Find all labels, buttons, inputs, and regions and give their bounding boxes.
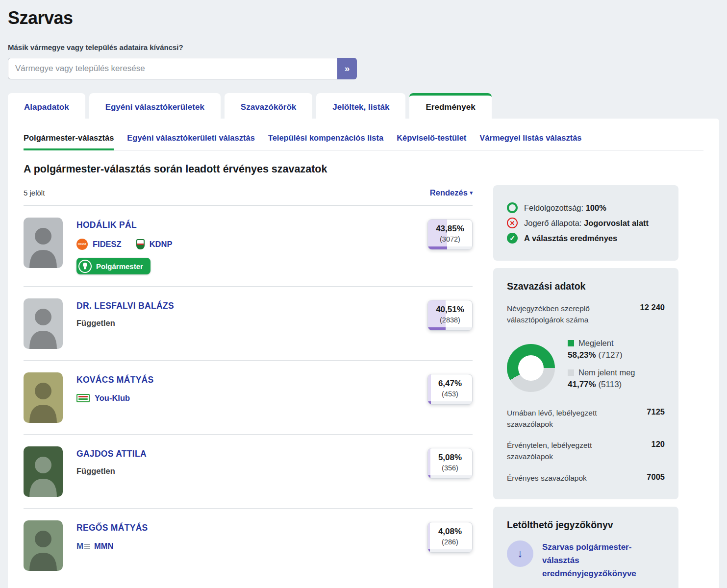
search-input[interactable] — [8, 58, 337, 79]
result-votes: (286) — [428, 538, 472, 546]
page: Szarvas Másik vármegye vagy település ad… — [0, 0, 727, 588]
search-bar: » — [8, 58, 357, 79]
status-box: Feldolgozottság: 100% ✕ Jogerő állapota:… — [493, 185, 678, 261]
party-link-you-klub[interactable]: You-Klub — [76, 393, 130, 403]
voting-data-box: Szavazási adatok Névjegyzékben szereplő … — [493, 268, 678, 499]
tab-eredmenyek[interactable]: Eredmények — [409, 93, 491, 119]
green-square-icon — [568, 340, 574, 346]
tab-jeloltek-listak[interactable]: Jelöltek, listák — [316, 93, 405, 119]
candidate-list: 5 jelölt Rendezés ▾ HODÁLIK PÁL — [24, 185, 473, 582]
result-badge: 4,08% (286) — [427, 522, 473, 553]
result-badge: 40,51% (2838) — [427, 300, 473, 331]
candidate-name-link[interactable]: REGŐS MÁTYÁS — [76, 523, 148, 533]
list-header: 5 jelölt Rendezés ▾ — [24, 185, 473, 206]
result-percent: 5,08% — [428, 453, 472, 463]
result-percent: 40,51% — [428, 305, 472, 315]
result-votes: (3072) — [428, 235, 472, 243]
result-votes: (453) — [428, 390, 472, 398]
subtab-telepulesi-kompenzacios[interactable]: Települési kompenzációs lista — [268, 133, 383, 150]
candidate-name-link[interactable]: KOVÁCS MÁTYÁS — [76, 375, 154, 385]
candidate-photo — [24, 298, 63, 349]
download-button[interactable]: ↓ — [507, 540, 533, 567]
sidebar: Feldolgozottság: 100% ✕ Jogerő állapota:… — [493, 185, 678, 588]
legend-item-present: Megjelent 58,23% (7127) — [568, 339, 635, 360]
tab-alapadatok[interactable]: Alapadatok — [8, 93, 85, 119]
subtab-kepviselo-testulet[interactable]: Képviselő-testület — [397, 133, 466, 150]
registered-voters-row: Névjegyzékben szereplő választópolgárok … — [507, 303, 665, 326]
search-label: Másik vármegye vagy település adataira k… — [8, 43, 719, 51]
green-ring-icon — [507, 202, 518, 213]
candidate-photo — [24, 446, 63, 497]
turnout-block: Megjelent 58,23% (7127) Nem jelent meg 4… — [507, 339, 665, 397]
fidesz-logo: FIDESZ — [76, 239, 88, 250]
candidate-affiliation: Független — [76, 466, 427, 476]
subtab-polgarmester-valasztas[interactable]: Polgármester-választás — [24, 133, 114, 150]
turnout-legend: Megjelent 58,23% (7127) Nem jelent meg 4… — [568, 339, 635, 397]
candidate-name-link[interactable]: DR. LESFALVI BALÁZS — [76, 301, 174, 311]
party-link-mmn[interactable]: M MMN — [76, 541, 113, 551]
you-klub-logo — [76, 394, 90, 402]
processing-status: Feldolgozottság: 100% — [507, 202, 665, 213]
candidate-row: HODÁLIK PÁL FIDESZ FIDESZ KDNP — [24, 206, 473, 287]
result-badge: 6,47% (453) — [427, 374, 473, 405]
party-link-fidesz[interactable]: FIDESZ FIDESZ — [76, 239, 122, 250]
chevron-down-icon: ▾ — [470, 190, 473, 196]
candidate-name-link[interactable]: GAJDOS ATTILA — [76, 449, 147, 459]
green-check-circle-icon: ✓ — [507, 233, 518, 244]
candidate-photo — [24, 520, 63, 571]
download-title: Letölthető jegyzőkönyv — [507, 519, 665, 531]
winner-badge: Polgármester — [76, 258, 150, 274]
candidate-count: 5 jelölt — [24, 189, 45, 197]
result-votes: (356) — [428, 464, 472, 472]
result-votes: (2838) — [428, 316, 472, 324]
legend-item-absent: Nem jelent meg 41,77% (5113) — [568, 368, 635, 390]
candidate-photo — [24, 372, 63, 423]
red-cross-circle-icon: ✕ — [507, 218, 518, 228]
sort-dropdown[interactable]: Rendezés ▾ — [430, 188, 473, 197]
ballots-in-urn-row: Urnában lévő, lebélyegzett szavazólapok … — [507, 407, 665, 430]
result-percent: 6,47% — [428, 379, 472, 389]
double-chevron-right-icon: » — [345, 63, 350, 74]
subtab-varmegyei-listas[interactable]: Vármegyei listás választás — [479, 133, 581, 150]
main-tabs: Alapadatok Egyéni választókerületek Szav… — [8, 93, 719, 119]
result-badge: 43,85% (3072) — [427, 219, 473, 250]
result-status: ✓ A választás eredményes — [507, 233, 665, 244]
valid-ballots-row: Érvényes szavazólapok 7005 — [507, 472, 665, 484]
candidate-row: DR. LESFALVI BALÁZS Független 40,51% (28… — [24, 287, 473, 361]
result-percent: 4,08% — [428, 527, 472, 537]
candidate-row: GAJDOS ATTILA Független 5,08% (356) — [24, 435, 473, 509]
result-subtabs: Polgármester-választás Egyéni választóke… — [24, 133, 703, 150]
voting-data-title: Szavazási adatok — [507, 281, 665, 292]
download-box: Letölthető jegyzőkönyv ↓ Szarvas polgárm… — [493, 507, 678, 588]
gray-square-icon — [568, 369, 574, 376]
candidate-photo — [24, 218, 63, 268]
download-link[interactable]: Szarvas polgármester-választás eredményj… — [542, 540, 656, 581]
section-title: A polgármester-választás során leadott é… — [24, 163, 703, 175]
download-arrow-icon: ↓ — [517, 547, 523, 560]
mmn-logo: M — [76, 541, 89, 551]
kdnp-logo — [136, 239, 145, 249]
legal-status: ✕ Jogerő állapota: Jogorvoslat alatt — [507, 218, 665, 228]
results-panel: Polgármester-választás Egyéni választóke… — [8, 119, 719, 588]
party-link-kdnp[interactable]: KDNP — [136, 239, 173, 249]
candidate-affiliation: Független — [76, 318, 427, 328]
page-title: Szarvas — [8, 8, 719, 28]
search-submit-button[interactable]: » — [337, 58, 357, 79]
turnout-donut — [507, 344, 555, 392]
tab-szavazokorok[interactable]: Szavazókörök — [225, 93, 312, 119]
invalid-ballots-row: Érvénytelen, lebélyegzett szavazólapok 1… — [507, 440, 665, 463]
result-badge: 5,08% (356) — [427, 448, 473, 479]
candidate-name-link[interactable]: HODÁLIK PÁL — [76, 220, 137, 230]
candidate-row: KOVÁCS MÁTYÁS You-Klub 6,47% (453) — [24, 361, 473, 435]
tab-egyeni-valasztokeruletek[interactable]: Egyéni választókerületek — [89, 93, 221, 119]
medal-icon — [78, 260, 92, 273]
subtab-egyeni-valasztokeruleti[interactable]: Egyéni választókerületi választás — [127, 133, 254, 150]
result-percent: 43,85% — [428, 224, 472, 234]
candidate-row: REGŐS MÁTYÁS M MMN 4,08% (286) — [24, 509, 473, 582]
